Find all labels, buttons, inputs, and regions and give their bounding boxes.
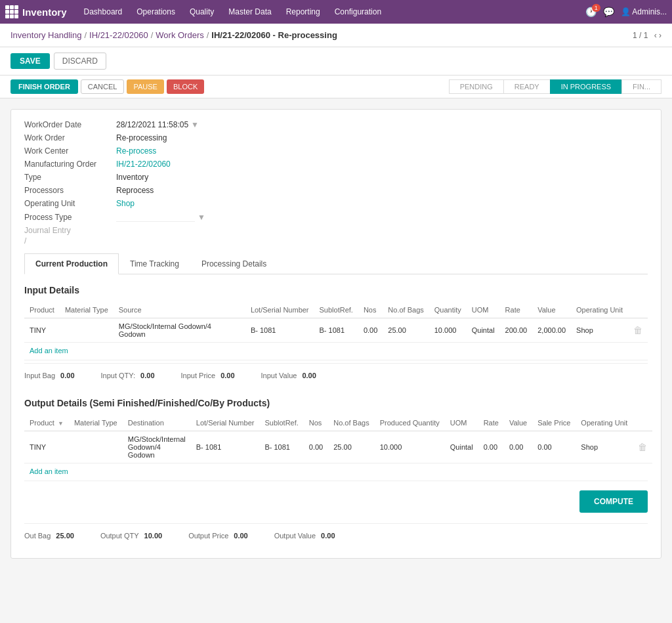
value-operating-unit[interactable]: Shop (116, 199, 135, 208)
th-out-material-type: Material Type (69, 415, 123, 431)
output-sublot-ref: B- 1081 (259, 431, 303, 463)
process-type-dropdown-icon[interactable]: ▼ (198, 213, 205, 222)
th-out-sublot-ref: SublotRef. (259, 415, 303, 431)
value-process-type[interactable]: ▼ (116, 212, 205, 222)
input-details-table: Product Material Type Source Lot/Serial … (24, 302, 648, 343)
sort-icon[interactable]: ▼ (58, 420, 64, 427)
input-delete[interactable]: 🗑 (628, 318, 648, 343)
input-details-title: Input Details (24, 285, 648, 295)
breadcrumb-sep1: / (84, 30, 87, 40)
th-out-rate: Rate (478, 415, 504, 431)
nav-master-data[interactable]: Master Data (222, 3, 278, 20)
user-menu[interactable]: 👤 Adminis... (621, 7, 667, 16)
work-order-form: WorkOrder Date 28/12/2021 11:58:05 ▼ Wor… (10, 109, 662, 559)
input-bag-summary: Input Bag 0.00 (24, 372, 75, 379)
clock-icon[interactable]: 🕐 1 (585, 7, 597, 17)
breadcrumb-ih-number[interactable]: IH/21-22/02060 (89, 30, 148, 40)
chevron-right-icon[interactable]: › (659, 31, 662, 40)
output-rate: 0.00 (478, 431, 504, 463)
save-button[interactable]: SAVE (10, 53, 50, 69)
input-value-summary: Input Value 0.00 (261, 372, 316, 379)
value-manufacturing-order[interactable]: IH/21-22/02060 (116, 160, 171, 169)
out-bag-value: 25.00 (56, 532, 74, 540)
input-price-value: 0.00 (220, 372, 234, 379)
finish-order-button[interactable]: FINISH ORDER (10, 79, 78, 94)
breadcrumb-work-orders[interactable]: Work Orders (156, 30, 203, 40)
nav-reporting[interactable]: Reporting (280, 3, 327, 20)
output-summary: Out Bag 25.00 Output QTY 10.00 Output Pr… (24, 523, 648, 548)
input-no-of-bags: 25.00 (383, 318, 429, 343)
output-lot-serial: B- 1081 (191, 431, 260, 463)
value-work-center[interactable]: Re-process (116, 146, 156, 156)
field-work-order: Work Order Re-processing (24, 133, 648, 142)
step-ready: READY (503, 79, 550, 94)
output-table-row: TINY MG/Stock/Internal Godown/4 Godown B… (24, 431, 652, 463)
chevron-left-icon[interactable]: ‹ (654, 31, 657, 40)
output-destination: MG/Stock/Internal Godown/4 Godown (123, 431, 191, 463)
label-work-order: Work Order (24, 133, 116, 142)
th-out-operating-unit: Operating Unit (576, 415, 633, 431)
compute-button[interactable]: COMPUTE (579, 490, 648, 513)
breadcrumb-inventory-handling[interactable]: Inventory Handling (10, 30, 81, 40)
output-uom: Quintal (445, 431, 478, 463)
nav-quality[interactable]: Quality (183, 3, 220, 20)
discard-button[interactable]: DISCARD (54, 53, 106, 70)
th-value: Value (532, 302, 571, 318)
nav-dashboard[interactable]: Dashboard (77, 3, 129, 20)
field-manufacturing-order: Manufacturing Order IH/21-22/02060 (24, 160, 648, 169)
output-qty-value: 10.00 (144, 532, 163, 540)
tab-current-production[interactable]: Current Production (24, 253, 119, 274)
input-total-value: 0.00 (302, 372, 316, 379)
input-value-label: Input Value (261, 372, 297, 379)
nav-operations[interactable]: Operations (130, 3, 182, 20)
output-add-item[interactable]: Add an item (24, 463, 74, 479)
field-operating-unit: Operating Unit Shop (24, 199, 648, 208)
tab-time-tracking[interactable]: Time Tracking (119, 253, 190, 274)
input-qty-label: Input QTY: (101, 372, 136, 379)
output-details-table: Product ▼ Material Type Destination Lot/… (24, 415, 652, 463)
step-pending: PENDING (449, 79, 503, 94)
input-qty-value: 0.00 (140, 372, 154, 379)
input-operating-unit: Shop (571, 318, 628, 343)
status-bar: FINISH ORDER CANCEL PAUSE BLOCK PENDING … (0, 75, 672, 98)
input-add-item[interactable]: Add an item (24, 343, 74, 358)
th-sublot-ref: SublotRef. (314, 302, 358, 318)
th-nos: Nos (358, 302, 383, 318)
input-table-header-row: Product Material Type Source Lot/Serial … (24, 302, 648, 318)
input-uom: Quintal (467, 318, 500, 343)
out-bag-summary: Out Bag 25.00 (24, 532, 74, 540)
input-rate: 200.00 (500, 318, 533, 343)
nav-configuration[interactable]: Configuration (328, 3, 388, 20)
th-out-sale-price: Sale Price (532, 415, 576, 431)
app-logo[interactable]: Inventory (5, 5, 67, 18)
label-manufacturing-order: Manufacturing Order (24, 160, 116, 169)
topbar-right: 🕐 1 💬 👤 Adminis... (585, 7, 667, 17)
th-lot-serial: Lot/Serial Number (245, 302, 314, 318)
th-operating-unit: Operating Unit (571, 302, 628, 318)
cancel-button[interactable]: CANCEL (81, 79, 125, 94)
label-operating-unit: Operating Unit (24, 199, 116, 208)
output-sale-price: 0.00 (532, 431, 576, 463)
output-operating-unit: Shop (576, 431, 633, 463)
output-table-header-row: Product ▼ Material Type Destination Lot/… (24, 415, 652, 431)
th-out-actions (633, 415, 652, 431)
input-lot-serial: B- 1081 (245, 318, 314, 343)
dropdown-icon[interactable]: ▼ (191, 120, 199, 129)
delete-row-icon: 🗑 (638, 442, 647, 452)
input-nos: 0.00 (358, 318, 383, 343)
block-button[interactable]: BLOCK (167, 79, 204, 94)
input-sublot-ref: B- 1081 (314, 318, 358, 343)
out-bag-label: Out Bag (24, 532, 51, 540)
pause-button[interactable]: PAUSE (127, 79, 163, 94)
main-content: WorkOrder Date 28/12/2021 11:58:05 ▼ Wor… (0, 98, 672, 574)
output-product: TINY (24, 431, 69, 463)
th-no-of-bags: No.of Bags (383, 302, 429, 318)
input-material-type (60, 318, 114, 343)
th-quantity: Quantity (429, 302, 467, 318)
input-quantity: 10.000 (429, 318, 467, 343)
field-work-center: Work Center Re-process (24, 146, 648, 156)
th-out-destination: Destination (123, 415, 191, 431)
tab-processing-details[interactable]: Processing Details (190, 253, 278, 274)
output-delete[interactable]: 🗑 (633, 431, 652, 463)
chat-icon[interactable]: 💬 (603, 7, 614, 17)
